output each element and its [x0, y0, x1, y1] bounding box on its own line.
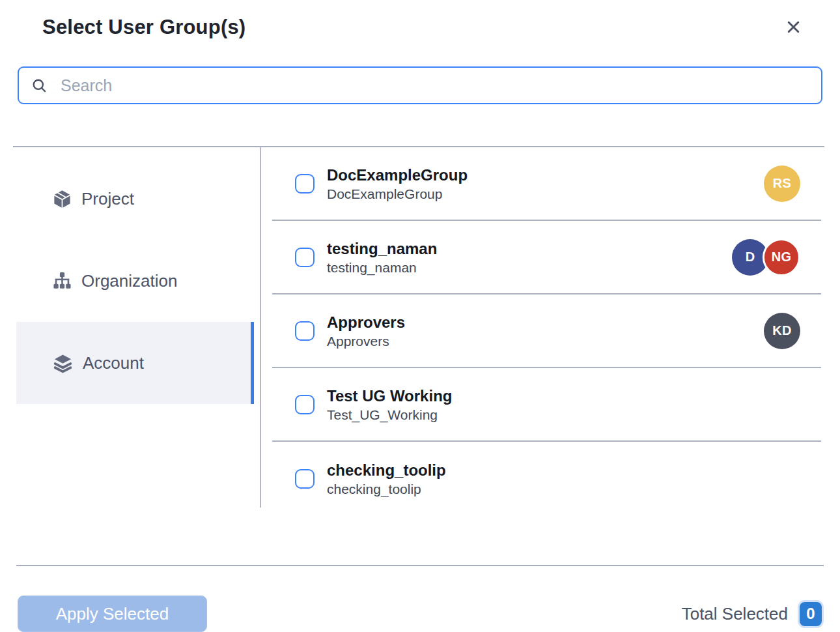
group-title: DocExampleGroup: [327, 165, 764, 185]
group-title: Test UG Working: [327, 386, 800, 406]
group-checkbox[interactable]: [295, 174, 315, 194]
group-row: testing_namantesting_namanDNG: [272, 221, 821, 294]
search-icon: [31, 77, 48, 94]
group-list: DocExampleGroupDocExampleGroupRStesting_…: [261, 147, 840, 565]
sidebar-tabs: ProjectOrganizationAccount: [16, 147, 254, 404]
group-checkbox[interactable]: [295, 469, 315, 489]
sidebar-tab-label: Project: [81, 189, 134, 209]
modal-footer: Apply Selected Total Selected 0: [0, 566, 840, 632]
avatar-stack: DNG: [732, 238, 800, 276]
cube-icon: [52, 189, 72, 209]
group-row: DocExampleGroupDocExampleGroupRS: [272, 147, 821, 221]
group-row: checking_toolipchecking_toolip: [272, 442, 821, 515]
group-text: testing_namantesting_naman: [327, 238, 732, 276]
search-box: [18, 66, 822, 104]
avatar: NG: [763, 238, 800, 276]
scope-sidebar: ProjectOrganizationAccount: [0, 147, 261, 508]
layers-icon: [52, 352, 74, 374]
avatar-stack: RS: [764, 165, 800, 202]
modal-header: Select User Group(s): [0, 0, 840, 39]
apply-selected-button[interactable]: Apply Selected: [18, 596, 207, 632]
sidebar-tab-label: Organization: [81, 271, 177, 291]
group-title: Approvers: [327, 312, 764, 332]
org-chart-icon: [52, 271, 72, 291]
sidebar-tab-project[interactable]: Project: [16, 158, 254, 240]
total-selected-count-badge: 0: [800, 602, 822, 626]
group-row: Test UG WorkingTest_UG_Working: [272, 368, 821, 442]
sidebar-tab-account[interactable]: Account: [16, 322, 254, 404]
group-checkbox[interactable]: [295, 395, 315, 414]
group-subtitle: checking_toolip: [327, 480, 800, 498]
total-selected-label: Total Selected: [682, 604, 788, 624]
sidebar-tab-organization[interactable]: Organization: [16, 240, 254, 322]
group-text: DocExampleGroupDocExampleGroup: [327, 165, 764, 203]
select-user-groups-modal: Select User Group(s) ProjectOrganization…: [0, 0, 840, 632]
group-text: ApproversApprovers: [327, 312, 764, 350]
close-icon[interactable]: [785, 18, 802, 36]
page-title: Select User Group(s): [42, 16, 245, 39]
sidebar-tab-label: Account: [83, 353, 144, 373]
group-subtitle: testing_naman: [327, 259, 732, 276]
group-title: testing_naman: [327, 238, 732, 259]
search-input[interactable]: [61, 76, 809, 95]
group-row: ApproversApproversKD: [272, 294, 821, 368]
group-text: Test UG WorkingTest_UG_Working: [327, 386, 800, 424]
group-checkbox[interactable]: [295, 248, 315, 267]
group-subtitle: DocExampleGroup: [327, 185, 764, 203]
group-checkbox[interactable]: [295, 321, 315, 341]
avatar-stack: KD: [764, 313, 800, 349]
group-subtitle: Test_UG_Working: [327, 406, 800, 424]
modal-body: ProjectOrganizationAccount DocExampleGro…: [0, 147, 840, 565]
avatar: RS: [764, 165, 800, 202]
total-selected: Total Selected 0: [682, 602, 822, 626]
group-subtitle: Approvers: [327, 332, 764, 350]
avatar: KD: [764, 313, 800, 349]
group-text: checking_toolipchecking_toolip: [327, 460, 800, 498]
group-title: checking_toolip: [327, 460, 800, 480]
